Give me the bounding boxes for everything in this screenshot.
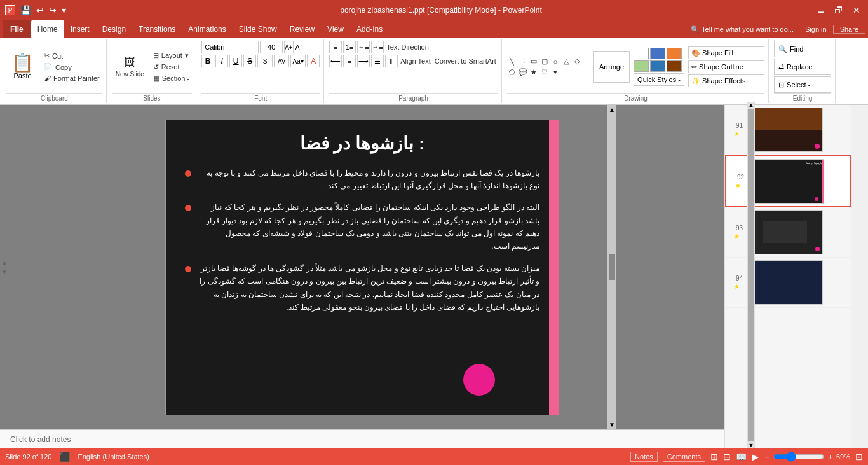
text-shadow-button[interactable]: S xyxy=(257,55,273,67)
font-size-input[interactable] xyxy=(260,41,283,53)
strikethrough-button[interactable]: S xyxy=(243,55,256,67)
shape-style-4[interactable] xyxy=(634,60,649,72)
cut-button[interactable]: ✂ Cut xyxy=(41,50,102,61)
thumbnail-93[interactable]: 93 ★ xyxy=(725,207,851,258)
menu-animations[interactable]: Animations xyxy=(182,20,232,38)
italic-button[interactable]: I xyxy=(215,55,228,67)
shape-style-5[interactable] xyxy=(650,60,665,72)
decrease-font-button[interactable]: A- xyxy=(295,41,302,53)
comments-button[interactable]: Comments xyxy=(663,452,705,462)
zoom-in-button[interactable]: ＋ xyxy=(827,452,834,462)
thumb-scroll-down[interactable]: ▼ xyxy=(747,442,755,448)
shape-callout[interactable]: 💬 xyxy=(518,67,528,78)
section-button[interactable]: ▦ Section - xyxy=(151,73,192,84)
zoom-slider[interactable] xyxy=(773,452,824,462)
increase-indent-button[interactable]: →≡ xyxy=(371,41,384,53)
tell-me-input[interactable]: 🔍 Tell me what you want to do... xyxy=(686,25,799,34)
reading-view-button[interactable]: 📖 xyxy=(736,452,747,462)
font-name-input[interactable] xyxy=(201,41,259,53)
shape-style-3[interactable] xyxy=(667,48,682,59)
sign-in-button[interactable]: Sign in xyxy=(799,25,833,33)
redo-button[interactable]: ↪ xyxy=(48,4,58,17)
save-button[interactable]: 💾 xyxy=(19,4,32,17)
layout-button[interactable]: ⊞ Layout ▾ xyxy=(151,50,192,61)
notes-area[interactable]: Click to add notes xyxy=(0,429,724,448)
select-button[interactable]: ⊡ Select - xyxy=(774,76,831,93)
reset-button[interactable]: ↺ Reset xyxy=(151,62,192,73)
shape-line[interactable]: ╲ xyxy=(507,57,517,67)
thumb-scroll-up[interactable]: ▲ xyxy=(747,105,755,108)
share-button[interactable]: Share xyxy=(833,25,865,34)
shape-outline-button[interactable]: ✏ Shape Outline xyxy=(688,60,764,73)
bold-button[interactable]: B xyxy=(201,55,214,67)
format-painter-button[interactable]: 🖌 Format Painter xyxy=(41,73,102,83)
menu-addins[interactable]: Add-Ins xyxy=(350,20,389,38)
shape-oval[interactable]: ○ xyxy=(550,57,560,67)
menu-home[interactable]: Home xyxy=(31,20,64,38)
slideshow-button[interactable]: ▶ xyxy=(752,452,759,462)
vertical-scrollbar[interactable]: ▲ ▼ xyxy=(607,105,616,429)
shape-style-1[interactable] xyxy=(634,48,649,59)
zoom-out-button[interactable]: － xyxy=(764,452,771,462)
scrollbar-up[interactable]: ▲ xyxy=(607,105,616,115)
menu-insert[interactable]: Insert xyxy=(64,20,96,38)
normal-view-button[interactable]: ⊞ xyxy=(710,452,718,462)
menu-view[interactable]: View xyxy=(321,20,350,38)
align-left-button[interactable]: ⟵ xyxy=(329,55,342,67)
bullets-button[interactable]: ≡ xyxy=(329,41,342,53)
char-spacing-button[interactable]: AV xyxy=(274,55,289,67)
thumb-scrollbar[interactable]: ▲ ▼ xyxy=(747,105,755,448)
replace-button[interactable]: ⇄ Replace xyxy=(774,59,831,75)
customize-qat-button[interactable]: ▾ xyxy=(60,4,67,17)
thumbnail-94[interactable]: 94 ★ xyxy=(725,258,851,308)
menu-slideshow[interactable]: Slide Show xyxy=(233,20,283,38)
undo-button[interactable]: ↩ xyxy=(35,4,45,17)
convert-smartart-button[interactable]: Convert to SmartArt xyxy=(433,56,498,66)
shape-style-6[interactable] xyxy=(667,60,682,72)
close-button[interactable]: ✕ xyxy=(850,4,863,17)
thumbnail-91[interactable]: 91 ★ xyxy=(725,105,851,155)
maximize-button[interactable]: 🗗 xyxy=(832,4,845,17)
increase-font-button[interactable]: A+ xyxy=(284,41,294,53)
columns-button[interactable]: ⫿ xyxy=(385,55,398,67)
shape-diamond[interactable]: ◇ xyxy=(572,57,582,67)
fit-to-window-button[interactable]: ⊡ xyxy=(855,452,863,462)
change-case-button[interactable]: Aa▾ xyxy=(290,55,306,67)
new-slide-button[interactable]: 🖼 New Slide xyxy=(112,53,148,80)
shape-rounded-rect[interactable]: ▢ xyxy=(539,57,550,67)
shape-effects-button[interactable]: ✨ Shape Effects xyxy=(688,74,764,87)
scroll-down-button[interactable]: ▼ xyxy=(0,268,9,275)
shape-heart[interactable]: ♡ xyxy=(539,67,550,78)
menu-review[interactable]: Review xyxy=(283,20,321,38)
slide-canvas[interactable]: : بازشوها در فضا بازشوها در یک فضا نقش ا… xyxy=(165,120,559,415)
notes-button[interactable]: Notes xyxy=(630,452,658,462)
shape-fill-button[interactable]: 🎨 Shape Fill xyxy=(688,46,764,59)
arrange-button[interactable]: Arrange xyxy=(593,51,630,83)
underline-button[interactable]: U xyxy=(229,55,242,67)
shapes-more[interactable]: ▾ xyxy=(550,67,560,78)
scroll-up-button[interactable]: ▲ xyxy=(0,259,9,266)
paste-button[interactable]: 📋 Paste xyxy=(6,52,39,82)
font-color-button[interactable]: A xyxy=(307,55,320,67)
align-center-button[interactable]: ≡ xyxy=(343,55,356,67)
align-text-button[interactable]: Align Text xyxy=(399,56,432,66)
menu-file[interactable]: File xyxy=(3,20,31,38)
slide-sorter-button[interactable]: ⊟ xyxy=(723,452,731,462)
shape-style-2[interactable] xyxy=(650,48,665,59)
quick-styles-button[interactable]: Quick Styles - xyxy=(634,73,684,86)
shape-pentagon[interactable]: ⬠ xyxy=(507,67,517,78)
thumbnail-92[interactable]: 92 ★ بازشوها در فضا xyxy=(725,155,851,207)
decrease-indent-button[interactable]: ←≡ xyxy=(357,41,370,53)
justify-button[interactable]: ☰ xyxy=(371,55,384,67)
minimize-button[interactable]: 🗕 xyxy=(815,4,827,17)
numbering-button[interactable]: 1≡ xyxy=(343,41,356,53)
thumb-scroll-thumb[interactable] xyxy=(748,109,754,441)
scrollbar-thumb[interactable] xyxy=(609,254,615,280)
shape-star[interactable]: ★ xyxy=(529,67,539,78)
scrollbar-down[interactable]: ▼ xyxy=(607,420,616,429)
shape-triangle[interactable]: △ xyxy=(561,57,571,67)
text-direction-button[interactable]: Text Direction - xyxy=(385,42,434,52)
menu-design[interactable]: Design xyxy=(96,20,132,38)
shape-arrow[interactable]: → xyxy=(518,57,528,67)
find-button[interactable]: 🔍 Find xyxy=(774,41,831,57)
